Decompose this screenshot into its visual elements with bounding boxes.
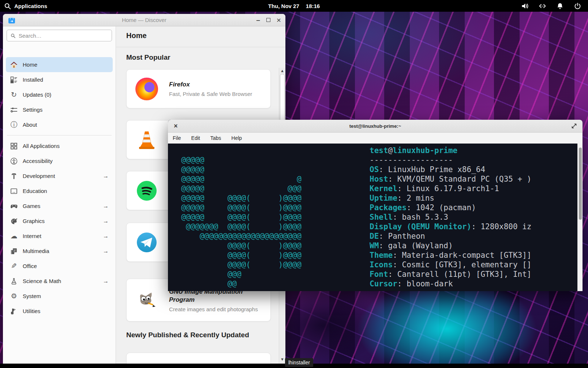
submenu-arrow-icon: → [103,218,109,224]
sidebar-item-label: Home [23,62,37,68]
sidebar-item-label: Internet [23,233,41,239]
minimize-icon[interactable]: – [256,18,260,22]
maximize-icon[interactable] [571,123,577,129]
search-input[interactable] [19,33,99,39]
sidebar-item-label: Science & Math [23,278,61,284]
close-icon[interactable]: × [277,17,281,23]
sidebar-item-office[interactable]: ✎ Office [6,259,113,274]
clock[interactable]: Thu, Nov 27 18:16 [0,3,588,9]
scroll-up-icon[interactable]: ▲ [279,68,285,73]
applications-menu[interactable]: Applications [4,2,47,10]
terminal-output[interactable]: @@@@@ @@@@@ @@@@@ @ @@@@@ @@@ @@@@@ @@@@… [168,144,577,291]
sidebar-item-internet[interactable]: ☁ Internet → [6,228,113,244]
info-kernel: Kernel: Linux 6.17.9-arch1-1 [370,184,532,193]
panel-time: 18:16 [306,3,320,9]
sidebar-item-games[interactable]: Games → [6,198,113,213]
network-icon[interactable] [539,2,546,10]
search-field[interactable] [7,30,112,41]
installed-icon [10,76,18,84]
svg-text:♪: ♪ [14,249,16,252]
settings-icon [10,106,18,114]
firefox-icon [135,78,158,100]
sidebar-item-graphics[interactable]: Graphics → [6,213,113,228]
sidebar-item-home[interactable]: Home [6,57,113,72]
scrollbar-thumb[interactable] [579,148,582,220]
panel-date: Thu, Nov 27 [268,3,299,9]
app-card-firefox[interactable]: Firefox Fast, Private & Safe Web Browser [126,69,271,108]
applications-menu-label: Applications [14,3,47,9]
discover-window-title: Home — Discover [3,17,285,23]
telegram-icon [135,231,158,254]
sidebar-item-system[interactable]: ⚙ System [6,289,113,304]
fastfetch-ascii-logo: @@@@@ @@@@@ @@@@@ @ @@@@@ @@@ @@@@@ @@@@… [172,155,302,289]
terminal-titlebar[interactable]: × test@linuxhub-prime:~ [168,120,583,133]
info-host: Host: KVM/QEMU Standard PC (Q35 + ) [370,174,532,184]
sidebar-item-label: System [23,293,41,299]
section-newly-published: Newly Published & Recently Updated [126,331,249,339]
scrollbar-thumb[interactable] [280,74,285,127]
sidebar-item-science-math[interactable]: Science & Math → [6,274,113,289]
gear-icon: ⚙ [10,292,18,300]
sidebar-item-all-applications[interactable]: All Applications [6,138,113,153]
top-panel: Applications Thu, Nov 27 18:16 [0,0,588,12]
system-tray [521,2,581,10]
sidebar-item-utilities[interactable]: Utilities [6,304,113,319]
sidebar-item-label: Utilities [23,308,40,314]
sidebar-item-label: All Applications [23,143,60,149]
sidebar-item-settings[interactable]: Settings [6,102,113,117]
terminal-scrollbar[interactable] [577,144,583,291]
terminal-menubar: File Edit Tabs Help [168,133,583,144]
terminal-window: × test@linuxhub-prime:~ File Edit Tabs H… [168,120,583,291]
updates-icon: ↻ [10,91,18,99]
sidebar-item-development[interactable]: Development → [6,168,113,183]
info-os: OS: LinuxHub Prime x86_64 [370,165,532,174]
discover-titlebar[interactable]: Home — Discover – × [3,14,285,26]
sidebar-item-about[interactable]: ⓘ About [6,117,113,132]
app-summary: Fast, Private & Safe Web Browser [169,90,262,97]
lhinstaller-tooltip: lhinstaller [285,358,313,367]
sidebar-item-label: Graphics [23,218,45,224]
submenu-arrow-icon: → [103,233,109,239]
film-music-icon: ♪ [10,247,18,255]
sidebar-item-label: Education [23,188,47,194]
sidebar-item-installed[interactable]: Installed [6,72,113,87]
info-de: DE: Pantheon [370,231,532,241]
menu-edit[interactable]: Edit [191,135,200,141]
power-icon[interactable] [574,2,581,10]
search-icon [4,2,11,10]
page-title: Home [116,26,285,40]
utility-knife-icon [10,307,18,315]
volume-icon[interactable] [521,2,529,10]
info-display: Display (QEMU Monitor): 1280x800 iz [370,222,532,231]
info-packages: Packages: 1042 (pacman) [370,203,532,212]
sidebar-item-label: Multimedia [23,248,49,254]
pencil-icon: ✎ [10,262,18,270]
vlc-icon [135,129,158,151]
app-summary: Create images and edit photographs [169,306,262,313]
sidebar-item-label: About [23,122,37,128]
menu-file[interactable]: File [173,135,181,141]
app-card-welcome[interactable]: Welcome guide [126,353,271,364]
menu-help[interactable]: Help [231,135,242,141]
screen-icon [10,187,18,195]
scroll-down-icon[interactable]: ▼ [279,357,285,361]
prompt-line: test@linuxhub-prime [370,146,532,155]
info-cursor: Cursor: bloom-dark [370,279,532,289]
sidebar-item-education[interactable]: Education [6,183,113,198]
sidebar-divider [7,135,112,135]
submenu-arrow-icon: → [103,278,109,285]
menu-tabs[interactable]: Tabs [210,135,221,141]
maximize-icon[interactable] [266,18,270,22]
info-wm: WM: gala (Wayland) [370,241,532,250]
sidebar-item-multimedia[interactable]: ♪ Multimedia → [6,244,113,259]
grid-icon [10,142,18,150]
submenu-arrow-icon: → [103,248,109,254]
info-icon: ⓘ [10,121,18,129]
sidebar-item-updates[interactable]: ↻ Updates (0) [6,87,113,102]
palette-icon [10,217,18,225]
info-icons: Icons: Cosmic [GTK3], elementary [] [370,260,532,270]
gimp-icon [135,289,158,312]
info-font: Font: Cantarell (11pt) [GTK3], Int] [370,270,532,279]
sidebar-item-accessibility[interactable]: Accessibility [6,153,113,168]
notifications-icon[interactable] [556,2,564,10]
